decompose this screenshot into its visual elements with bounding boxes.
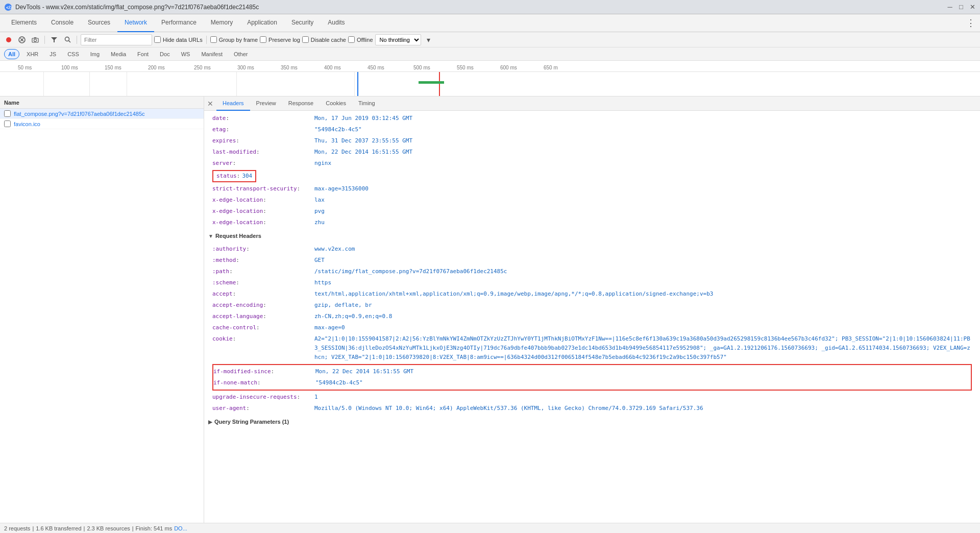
throttle-select[interactable]: No throttling (375, 34, 421, 45)
blue-marker (357, 72, 358, 96)
query-params-label: Query String Parameters (1) (214, 419, 289, 425)
search-button[interactable] (62, 34, 73, 45)
hide-data-urls-text: Hide data URLs (163, 37, 203, 43)
tab-sources[interactable]: Sources (81, 14, 117, 32)
divider-1 (43, 72, 44, 96)
svg-point-9 (65, 37, 69, 41)
group-by-frame-label[interactable]: Group by frame (210, 36, 258, 43)
response-header-date: date: Mon, 17 Jun 2019 03:12:45 GMT (204, 113, 980, 124)
tab-security[interactable]: Security (284, 14, 321, 32)
filter-all[interactable]: All (4, 49, 19, 59)
tab-performance[interactable]: Performance (154, 14, 204, 32)
filter-doc[interactable]: Doc (156, 49, 174, 59)
network-toolbar: Hide data URLs Group by frame Preserve l… (0, 32, 980, 47)
filter-xhr[interactable]: XHR (22, 49, 42, 59)
svg-line-10 (68, 41, 70, 43)
offline-checkbox[interactable] (348, 36, 355, 43)
filter-type-bar: All XHR JS CSS Img Media Font Doc WS Man… (0, 47, 980, 61)
divider-4 (236, 72, 237, 96)
ruler-tick-400: 400 ms (324, 65, 341, 70)
detail-tab-preview[interactable]: Preview (250, 96, 282, 111)
ruler-tick-200: 200 ms (148, 65, 165, 70)
minimize-button[interactable]: ─ (946, 4, 953, 11)
main-tab-bar: Elements Console Sources Network Perform… (0, 14, 980, 32)
response-header-expires: expires: Thu, 31 Dec 2037 23:55:55 GMT (204, 135, 980, 147)
query-params-section[interactable]: ▶ Query String Parameters (1) (204, 417, 980, 426)
response-header-etag: etag: "54984c2b-4c5" (204, 124, 980, 135)
tab-application[interactable]: Application (240, 14, 284, 32)
req-header-upgrade: upgrade-insecure-requests: 1 (204, 392, 980, 403)
divider-3 (127, 72, 127, 96)
disable-cache-label[interactable]: Disable cache (302, 36, 346, 43)
filter-media[interactable]: Media (107, 49, 130, 59)
detail-tab-bar: ✕ Headers Preview Response Cookies Timin… (204, 96, 980, 111)
response-header-sts: strict-transport-security: max-age=31536… (204, 183, 980, 195)
preserve-log-label[interactable]: Preserve log (260, 36, 300, 43)
detail-tab-response[interactable]: Response (282, 96, 320, 111)
filter-toggle-button[interactable] (48, 34, 60, 45)
filter-css[interactable]: CSS (63, 49, 83, 59)
preserve-log-checkbox[interactable] (260, 36, 266, 43)
file-checkbox-1[interactable] (4, 120, 11, 127)
response-header-last-modified: last-modified: Mon, 22 Dec 2014 16:51:55… (204, 147, 980, 158)
red-marker (439, 72, 440, 96)
ruler-tick-150: 150 ms (105, 65, 121, 70)
req-header-if-modified-since: if-modified-since: Mon, 22 Dec 2014 16:5… (213, 366, 971, 377)
req-header-accept: accept: text/html,application/xhtml+xml,… (204, 288, 980, 300)
filter-other[interactable]: Other (230, 49, 252, 59)
section-arrow: ▼ (208, 233, 213, 239)
clear-button[interactable] (16, 34, 28, 45)
group-by-frame-checkbox[interactable] (210, 36, 217, 43)
close-detail-button[interactable]: ✕ (206, 100, 214, 108)
svg-point-7 (34, 39, 37, 41)
maximize-button[interactable]: □ (958, 4, 965, 11)
tab-elements[interactable]: Elements (4, 14, 44, 32)
request-headers-section[interactable]: ▼ Request Headers (204, 231, 980, 240)
filter-manifest[interactable]: Manifest (197, 49, 227, 59)
req-header-if-none-match: if-none-match: "54984c2b-4c5" (213, 377, 971, 389)
query-arrow: ▶ (208, 419, 212, 425)
response-header-xedge-pvg: x-edge-location: pvg (204, 206, 980, 217)
ruler-tick-300: 300 ms (237, 65, 254, 70)
file-item-0[interactable]: flat_compose.png?v=7d21f0767aeba06f1dec2… (0, 109, 204, 119)
detail-tab-cookies[interactable]: Cookies (320, 96, 352, 111)
preserve-log-text: Preserve log (268, 37, 300, 43)
disable-cache-checkbox[interactable] (302, 36, 309, 43)
filter-ws[interactable]: WS (177, 49, 194, 59)
status-box: status:304 (212, 170, 256, 182)
record-button[interactable] (3, 34, 14, 45)
offline-label[interactable]: Offline (348, 36, 373, 43)
requests-count: 2 requests (4, 525, 30, 531)
tab-audits[interactable]: Audits (321, 14, 352, 32)
file-item-1[interactable]: favicon.ico (0, 119, 204, 129)
timeline[interactable]: 50 ms 100 ms 150 ms 200 ms 250 ms 300 ms… (0, 61, 980, 96)
req-header-scheme: :scheme: https (204, 277, 980, 288)
throttle-dropdown-button[interactable]: ▾ (423, 34, 434, 45)
req-header-authority: :authority: www.v2ex.com (204, 244, 980, 255)
detail-tab-headers[interactable]: Headers (216, 96, 250, 111)
headers-content: date: Mon, 17 Jun 2019 03:12:45 GMT etag… (204, 111, 980, 523)
filter-font[interactable]: Font (133, 49, 153, 59)
camera-button[interactable] (30, 34, 41, 45)
tab-network[interactable]: Network (117, 14, 154, 32)
do-link[interactable]: DO... (174, 525, 187, 531)
file-list: flat_compose.png?v=7d21f0767aeba06f1dec2… (0, 109, 204, 523)
tab-memory[interactable]: Memory (204, 14, 240, 32)
tab-console[interactable]: Console (44, 14, 81, 32)
if-modified-box: if-modified-since: Mon, 22 Dec 2014 16:5… (212, 364, 972, 391)
window-title: DevTools - www.v2ex.com/static/img/flat_… (15, 4, 946, 11)
filter-input[interactable] (81, 34, 152, 45)
file-checkbox-0[interactable] (4, 110, 11, 117)
filter-img[interactable]: Img (86, 49, 104, 59)
close-window-button[interactable]: ✕ (969, 4, 976, 11)
filter-js[interactable]: JS (45, 49, 60, 59)
divider-2 (89, 72, 90, 96)
detail-tab-timing[interactable]: Timing (352, 96, 381, 111)
req-header-cache-control: cache-control: max-age=0 (204, 322, 980, 333)
timeline-body (0, 72, 980, 96)
hide-data-urls-checkbox[interactable] (154, 36, 161, 43)
divider-5 (354, 72, 355, 96)
ruler-tick-450: 450 ms (368, 65, 384, 70)
more-tools-button[interactable]: ⋮ (966, 18, 976, 28)
hide-data-urls-label[interactable]: Hide data URLs (154, 36, 203, 43)
